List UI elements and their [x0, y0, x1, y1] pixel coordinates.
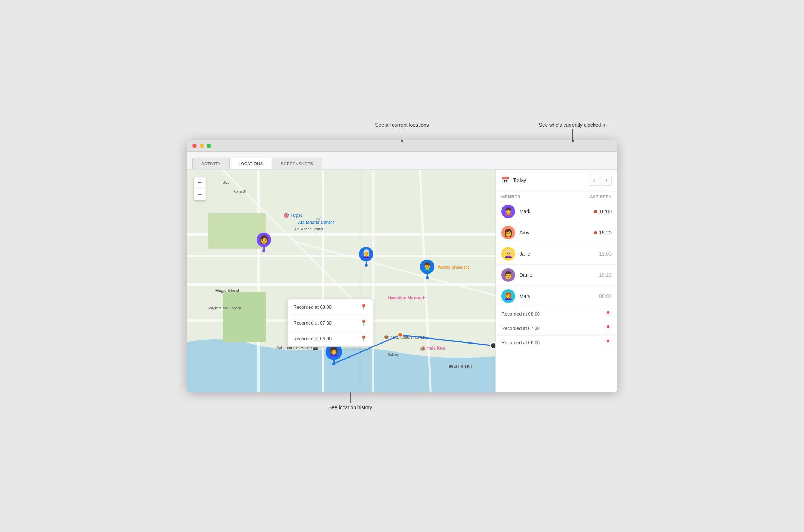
- location-sub-row-2[interactable]: Recorded at 07:30 📍: [496, 321, 617, 336]
- location-label-2: Recorded at 07:30: [501, 326, 604, 331]
- map-label-magicisland: Magic Island: [215, 288, 239, 293]
- map-label-halekoa: 🏨 Hale Koa: [420, 346, 445, 351]
- avatar-jane: 👩‍🦳: [501, 247, 515, 261]
- time-mary: 08:00: [599, 293, 612, 299]
- time-value-amy: 15:20: [599, 230, 612, 235]
- popup-row-2[interactable]: Recorded at 07:30 📍: [288, 315, 373, 331]
- time-jane: 11:00: [599, 251, 612, 257]
- magic-lagoon-label: Magic Island Lagoon: [208, 306, 241, 310]
- popup-label-3: Recorded at 06:00: [293, 336, 332, 341]
- panel-header: 📅 Today ‹ ›: [496, 170, 617, 191]
- active-dot-amy: [594, 231, 597, 234]
- avatar-mary: 👩‍🦰: [501, 289, 515, 303]
- time-value-daniel: 10:20: [599, 272, 612, 278]
- member-row-daniel[interactable]: 👨 Daniel 10:20: [496, 265, 617, 286]
- tab-screenshots-label: Screenshots: [281, 162, 313, 166]
- annotation-bottom-center: See location history: [328, 390, 372, 410]
- zoom-in-icon: +: [198, 179, 202, 187]
- annotation-line: [402, 129, 402, 140]
- popup-label-2: Recorded at 07:30: [293, 320, 332, 326]
- name-mary: Mary: [519, 293, 599, 299]
- map-label-hawaiian: Hawaiian Monarch: [388, 295, 425, 300]
- map-label-magiclg: Magic Island Lagoon: [208, 306, 241, 310]
- tab-activity-label: ACTIVITY: [201, 162, 221, 166]
- map-label-blvd: Blvd: [223, 181, 229, 185]
- popup-row-3[interactable]: Recorded at 06:00 📍: [288, 331, 373, 346]
- annotation-bottom-label: See location history: [328, 405, 372, 410]
- location-pin-icon-1: 📍: [604, 311, 612, 317]
- kpop-label: Kpop donuts hawaii: [390, 335, 425, 339]
- member-row-jane[interactable]: 👩‍🦳 Jane 11:00: [496, 243, 617, 265]
- map-pin-2[interactable]: 👩‍🦳: [359, 247, 373, 267]
- poi-target: 🎯 Target: [284, 213, 302, 218]
- browser-window: ACTIVITY Locations Screenshots: [187, 140, 617, 392]
- map-label-waikiki: WAIKIKI: [449, 364, 473, 369]
- prev-icon: ‹: [593, 177, 595, 183]
- annotation-dot-right: [572, 140, 574, 142]
- waiola-label: Waiola Shave Ice: [438, 265, 470, 269]
- next-button[interactable]: ›: [601, 175, 612, 186]
- active-dot-mark: [594, 210, 597, 213]
- name-daniel: Daniel: [519, 272, 599, 278]
- next-icon: ›: [606, 177, 607, 183]
- zoom-out-icon: −: [198, 191, 202, 198]
- time-value-mark: 16:00: [599, 209, 612, 214]
- map-label-kpop: 🍩 Kpop donuts hawaii: [384, 335, 425, 340]
- map-label-bakery: Bakery: [388, 353, 399, 357]
- location-label-3: Recorded at 06:00: [501, 340, 604, 345]
- member-row-mary[interactable]: 👩‍🦰 Mary 08:00: [496, 286, 617, 307]
- tab-locations[interactable]: Locations: [230, 158, 272, 169]
- hale-koa-label: Hale Koa: [426, 346, 445, 351]
- time-mark: 16:00: [594, 209, 612, 214]
- app-content: ACTIVITY Locations Screenshots: [187, 152, 617, 392]
- poi-alamo: 🛒: [316, 216, 322, 222]
- annotation-line-bottom: [350, 392, 351, 403]
- zoom-out-button[interactable]: −: [194, 189, 206, 200]
- member-header-label: MEMBER: [501, 195, 520, 199]
- ala-moana-label: Ala Moana Center: [294, 227, 323, 231]
- time-daniel: 10:20: [599, 272, 612, 278]
- map-pin-3[interactable]: 👨‍🦱: [420, 260, 434, 279]
- zoom-in-button[interactable]: +: [194, 177, 206, 189]
- map-controls: + −: [194, 177, 206, 201]
- avatar-daniel: 👨: [501, 268, 515, 282]
- tab-activity[interactable]: ACTIVITY: [192, 158, 230, 169]
- calendar-icon: 📅: [501, 176, 509, 184]
- tab-screenshots[interactable]: Screenshots: [272, 158, 322, 169]
- avatar-mark: 🧑‍🦱: [501, 205, 515, 218]
- map-pin-1[interactable]: 👩: [257, 233, 271, 252]
- magic-island-label: Magic Island: [215, 288, 239, 293]
- prev-button[interactable]: ‹: [589, 175, 599, 186]
- today-label: Today: [513, 177, 526, 183]
- annotation-top-center-label: See all current locations: [375, 122, 429, 128]
- member-row-amy[interactable]: 👩 Amy 15:20: [496, 222, 617, 243]
- waikiki-label: WAIKIKI: [449, 364, 473, 369]
- annotation-top-center: See all current locations: [375, 122, 429, 142]
- tab-locations-label: Locations: [239, 162, 263, 166]
- right-panel: 📅 Today ‹ ›: [495, 170, 617, 392]
- time-amy: 15:20: [594, 230, 612, 235]
- tab-bar: ACTIVITY Locations Screenshots: [187, 152, 328, 169]
- time-value-jane: 11:00: [599, 251, 612, 257]
- member-list-header: MEMBER LAST SEEN: [496, 191, 617, 201]
- annotation-dot: [401, 140, 403, 142]
- last-seen-header-label: LAST SEEN: [587, 195, 612, 199]
- traffic-light-red[interactable]: [192, 144, 197, 148]
- popup-pin-icon-3: 📍: [360, 335, 367, 342]
- location-sub-row-1[interactable]: Recorded at 08:00 📍: [496, 307, 617, 321]
- traffic-light-yellow[interactable]: [200, 144, 204, 148]
- member-row-mark[interactable]: 🧑‍🦱 Mark 16:00: [496, 201, 617, 222]
- location-pin-icon-2: 📍: [604, 325, 612, 332]
- popup-row-1[interactable]: Recorded at 08:00 📍: [288, 299, 373, 315]
- name-jane: Jane: [519, 251, 599, 257]
- date-selector[interactable]: 📅 Today: [501, 176, 526, 184]
- map-pin-4[interactable]: 👩‍🦱: [326, 344, 342, 365]
- traffic-light-green[interactable]: [207, 144, 211, 148]
- hawaiian-label: Hawaiian Monarch: [388, 295, 425, 300]
- map-section: Waiola Shave Ice Ala Moana Center Ala Mo…: [187, 170, 495, 392]
- popup-pin-icon-2: 📍: [360, 319, 367, 326]
- name-mark: Mark: [519, 209, 594, 214]
- name-amy: Amy: [519, 230, 594, 235]
- location-sub-row-3[interactable]: Recorded at 06:00 📍: [496, 336, 617, 350]
- popup-pin-icon-1: 📍: [360, 304, 367, 311]
